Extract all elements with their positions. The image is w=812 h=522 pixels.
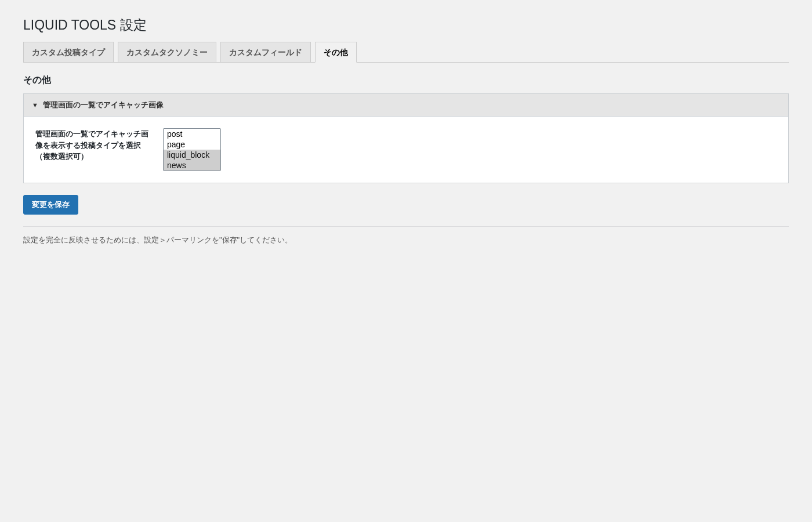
option-post[interactable]: post	[164, 129, 220, 139]
tab-custom-post-type[interactable]: カスタム投稿タイプ	[23, 42, 114, 62]
divider	[23, 226, 789, 227]
footer-note: 設定を完全に反映させるためには、設定＞パーマリンクを"保存"してください。	[23, 235, 789, 245]
option-news[interactable]: news	[164, 160, 220, 171]
panel-header-toggle[interactable]: ▼ 管理画面の一覧でアイキャッチ画像	[24, 94, 788, 117]
field-label: 管理画面の一覧でアイキャッチ画像を表示する投稿タイプを選択 （複数選択可）	[35, 128, 163, 162]
section-title: その他	[23, 74, 789, 86]
tab-other[interactable]: その他	[315, 42, 357, 63]
form-row: 管理画面の一覧でアイキャッチ画像を表示する投稿タイプを選択 （複数選択可） po…	[35, 128, 777, 171]
option-page[interactable]: page	[164, 139, 220, 150]
panel-header-label: 管理画面の一覧でアイキャッチ画像	[43, 100, 164, 109]
tab-custom-field[interactable]: カスタムフィールド	[220, 42, 311, 62]
submit-row: 変更を保存	[23, 195, 789, 215]
eyecatch-panel: ▼ 管理画面の一覧でアイキャッチ画像 管理画面の一覧でアイキャッチ画像を表示する…	[23, 93, 789, 183]
save-button[interactable]: 変更を保存	[23, 195, 78, 215]
panel-body: 管理画面の一覧でアイキャッチ画像を表示する投稿タイプを選択 （複数選択可） po…	[24, 117, 788, 183]
settings-wrap: LIQUID TOOLS 設定 カスタム投稿タイプ カスタムタクソノミー カスタ…	[12, 6, 800, 257]
field-control: postpageliquid_blocknews	[163, 128, 221, 171]
tab-bar: カスタム投稿タイプ カスタムタクソノミー カスタムフィールド その他	[23, 37, 789, 63]
tab-custom-taxonomy[interactable]: カスタムタクソノミー	[118, 42, 216, 62]
triangle-down-icon: ▼	[32, 102, 38, 108]
page-title: LIQUID TOOLS 設定	[23, 12, 789, 37]
post-type-select[interactable]: postpageliquid_blocknews	[163, 128, 221, 171]
option-liquid_block[interactable]: liquid_block	[164, 150, 220, 160]
